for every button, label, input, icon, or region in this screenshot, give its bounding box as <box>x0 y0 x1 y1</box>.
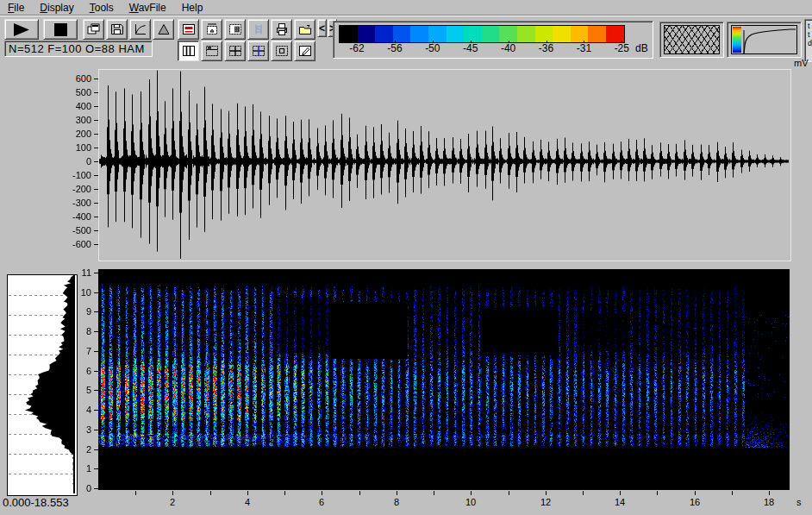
spec-ytick-1: 1 <box>62 463 91 474</box>
axis-tick <box>172 491 173 495</box>
color-swatch-7 <box>464 26 482 42</box>
spec-ytick-0: 0 <box>62 483 91 493</box>
layout-vertical-lines-icon <box>182 45 196 57</box>
overlapping-windows-icon <box>87 23 101 35</box>
color-swatch-14 <box>588 26 606 42</box>
layout-cross-blue-icon <box>252 45 265 57</box>
layout-inner-box-button[interactable] <box>271 41 292 61</box>
open-file-button[interactable] <box>294 19 315 40</box>
comb-window-button[interactable] <box>201 19 222 40</box>
wave-ytick-500: 500 <box>62 87 91 97</box>
spec-ytick-4: 4 <box>62 405 91 415</box>
axis-tick <box>94 468 98 469</box>
spec-ytick-10: 10 <box>62 287 91 298</box>
print-button[interactable] <box>271 19 292 40</box>
gain-curve-button[interactable] <box>129 19 151 40</box>
layout-vertical-lines-button[interactable] <box>178 41 199 61</box>
menu-item-display[interactable]: Display <box>32 2 81 14</box>
axis-tick <box>94 331 98 332</box>
time-tick-6: 6 <box>311 497 332 507</box>
time-tick-10: 10 <box>460 497 481 507</box>
spectrogram-plot[interactable] <box>98 269 790 490</box>
db-label--25: -25 <box>607 42 636 54</box>
db-label--40: -40 <box>494 42 523 54</box>
color-scale-labels: -62-56-50-45-40-36-31-25dB <box>334 42 653 54</box>
axis-tick <box>94 148 98 148</box>
layout-horizontal-lines-button[interactable] <box>201 41 222 61</box>
axis-tick <box>94 106 98 107</box>
axis-tick <box>94 203 98 204</box>
comb-window-icon <box>205 23 219 35</box>
clipped-text-line: t <box>808 30 812 39</box>
color-scale-bar <box>339 25 625 43</box>
edit-annotations-button[interactable] <box>294 41 315 61</box>
wave-ytick-600: 600 <box>62 73 91 84</box>
time-tick-4: 4 <box>237 497 258 507</box>
hatch-pattern-icon <box>664 25 720 54</box>
axis-tick <box>94 371 98 372</box>
transfer-curve-icon <box>743 27 796 54</box>
axis-tick <box>94 410 98 411</box>
axis-tick <box>94 134 98 135</box>
wave-ytick-200: 200 <box>62 129 91 139</box>
time-tick-18: 18 <box>759 497 779 507</box>
layout-cross-button[interactable] <box>224 41 246 61</box>
db-unit-label: dB <box>635 42 648 54</box>
axis-tick <box>94 175 98 176</box>
gain-curve-icon <box>134 23 147 35</box>
menu-item-file[interactable]: File <box>0 2 32 14</box>
axis-tick <box>359 491 360 495</box>
play-button[interactable] <box>4 19 39 40</box>
color-swatch-4 <box>410 26 428 42</box>
time-range-label: 0.000-18.553 <box>3 496 69 509</box>
prev-button[interactable]: < <box>317 19 327 37</box>
play-icon <box>12 23 31 36</box>
stop-button[interactable] <box>43 19 78 40</box>
save-button[interactable] <box>106 19 128 40</box>
layout-cross-blue-button[interactable] <box>247 41 269 61</box>
axis-tick <box>94 189 98 190</box>
axis-tick <box>94 488 98 489</box>
waveform-plot[interactable] <box>99 70 789 259</box>
spec-ytick-5: 5 <box>62 385 91 395</box>
spectrogram-box-button[interactable] <box>224 19 246 40</box>
spec-ytick-9: 9 <box>62 306 91 317</box>
overlapping-windows-button[interactable] <box>83 19 104 40</box>
axis-tick <box>210 491 211 495</box>
axis-tick <box>94 120 98 121</box>
time-tick-12: 12 <box>535 497 556 507</box>
menu-item-help[interactable]: Help <box>174 2 211 14</box>
hatch-pattern-panel[interactable] <box>659 22 724 58</box>
db-label--56: -56 <box>380 42 409 54</box>
axis-tick <box>94 430 98 430</box>
wave-ytick--300: -300 <box>62 198 91 208</box>
axis-tick <box>94 92 98 93</box>
wave-ytick-0: 0 <box>62 156 91 166</box>
axis-tick <box>135 491 136 495</box>
axis-tick <box>546 491 547 495</box>
axis-tick <box>94 351 98 352</box>
color-swatch-6 <box>447 26 465 42</box>
axis-tick <box>434 491 434 495</box>
palette-curve-panel[interactable] <box>727 22 802 58</box>
spectrogram-app-window: FileDisplayToolsWavFileHelp N=512 F=100 … <box>0 0 812 515</box>
axis-tick <box>94 311 98 312</box>
palette-curve-box <box>731 25 797 54</box>
axis-tick <box>397 491 397 495</box>
axis-tick <box>509 491 509 495</box>
axis-tick <box>732 491 733 495</box>
menu-item-tools[interactable]: Tools <box>82 2 122 14</box>
time-unit-label: s <box>796 497 802 507</box>
wave-ytick--400: -400 <box>62 211 91 222</box>
axis-tick <box>94 79 98 79</box>
menu-item-wavfile[interactable]: WavFile <box>122 2 174 14</box>
time-tick-16: 16 <box>684 497 705 507</box>
time-tick-8: 8 <box>386 497 407 507</box>
display-window-button[interactable] <box>178 19 199 40</box>
axis-tick <box>94 390 98 391</box>
time-tick-2: 2 <box>162 497 183 507</box>
open-folder-icon <box>298 23 312 35</box>
spectrogram-panel <box>98 269 790 490</box>
scale-s-button[interactable]: S <box>247 19 269 40</box>
window-function-button[interactable] <box>153 19 174 40</box>
